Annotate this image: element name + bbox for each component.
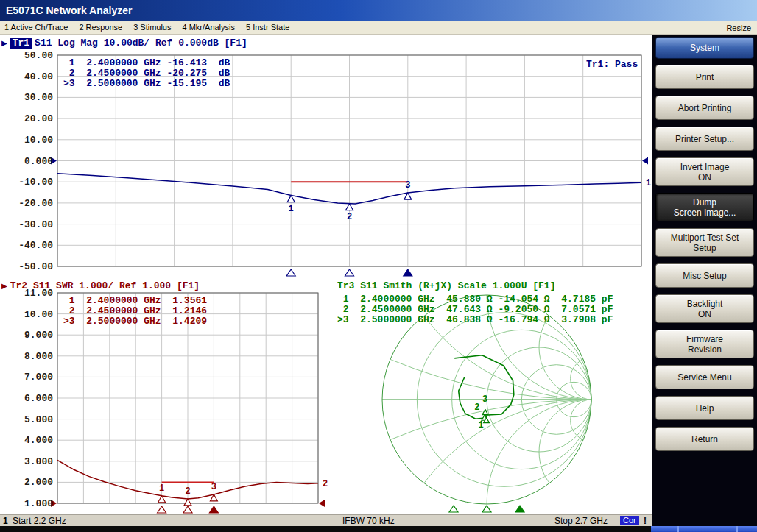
softkey-help[interactable]: Help (655, 396, 754, 420)
softkey-menu-title[interactable]: System (655, 37, 754, 59)
taskbar-separator (677, 526, 679, 532)
correction-badge: Cor (620, 516, 639, 525)
ifbw-value: IFBW 70 kHz (342, 516, 395, 526)
alert-indicator: ! (644, 516, 647, 526)
softkey-return[interactable]: Return (655, 427, 754, 451)
taskbar-separator (736, 526, 738, 532)
menu-item-1-active-ch-trace[interactable]: 1 Active Ch/Trace (4, 23, 68, 32)
softkey-misc-setup[interactable]: Misc Setup (655, 263, 754, 288)
softkey-backlight-on[interactable]: BacklightON (655, 294, 754, 323)
softkey-print[interactable]: Print (655, 65, 754, 89)
window-title: E5071C Network Analyzer (6, 4, 132, 16)
taskbar-fragment[interactable] (651, 526, 757, 532)
softkey-abort-printing[interactable]: Abort Printing (655, 96, 754, 120)
softkey-firmware-revision[interactable]: FirmwareRevision (655, 330, 754, 358)
softkey-panel: System PrintAbort PrintingPrinter Setup.… (652, 35, 757, 526)
stop-frequency: Stop 2.7 GHz (554, 516, 608, 526)
menu-items: 1 Active Ch/Trace2 Response3 Stimulus4 M… (0, 23, 289, 32)
menu-item-5-instr-state[interactable]: 5 Instr State (246, 23, 289, 32)
title-bar: E5071C Network Analyzer (0, 0, 757, 21)
menu-item-2-response[interactable]: 2 Response (79, 23, 122, 32)
softkey-service-menu[interactable]: Service Menu (655, 365, 754, 389)
menu-item-3-stimulus[interactable]: 3 Stimulus (133, 23, 171, 32)
start-frequency: Start 2.2 GHz (13, 516, 66, 526)
menu-item-4-mkr-analysis[interactable]: 4 Mkr/Analysis (182, 23, 235, 32)
menu-bar: 1 Active Ch/Trace2 Response3 Stimulus4 M… (0, 21, 757, 35)
channel-number: 1 (3, 516, 8, 526)
status-bar: 1 Start 2.2 GHz IFBW 70 kHz Stop 2.7 GHz… (0, 514, 652, 526)
softkey-printer-setup[interactable]: Printer Setup... (655, 127, 754, 151)
taskbar-strip (0, 526, 757, 532)
softkey-dump-screen-image[interactable]: DumpScreen Image... (655, 193, 754, 221)
softkey-multiport-test-set-setup[interactable]: Multiport Test SetSetup (655, 228, 754, 257)
plot-area-background (0, 35, 652, 514)
menu-item-resize[interactable]: Resize (726, 21, 751, 35)
e5071c-window: E5071C Network Analyzer 1 Active Ch/Trac… (0, 0, 757, 532)
softkey-invert-image-on[interactable]: Invert ImageON (655, 157, 754, 186)
